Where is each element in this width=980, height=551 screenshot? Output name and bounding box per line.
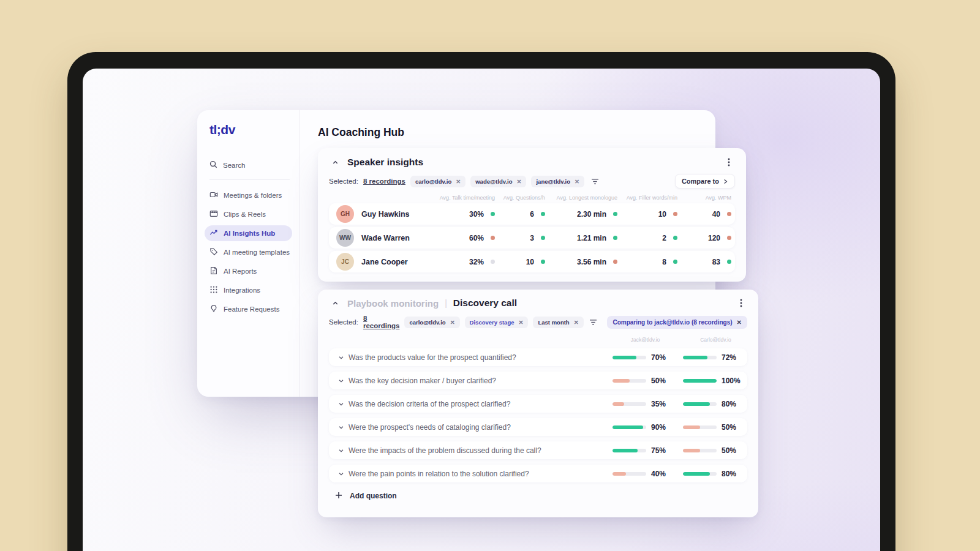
percent-value: 35% xyxy=(651,400,673,408)
sidebar-divider xyxy=(209,179,290,180)
progress-bar xyxy=(612,356,646,359)
screen-background: tl;dv Search Meetings & fo xyxy=(83,69,880,551)
column-header: Avg. Longest monologue xyxy=(548,195,620,201)
status-dot xyxy=(613,260,617,264)
selected-recordings-link[interactable]: 8 recordings xyxy=(363,178,405,185)
filter-chip-carlo[interactable]: carlo@tldv.io ✕ xyxy=(410,176,466,187)
comparing-chip[interactable]: Comparing to jack@tldv.io (8 recordings)… xyxy=(607,316,747,329)
progress-bar xyxy=(683,472,717,476)
video-camera-icon xyxy=(209,190,218,200)
chevron-right-icon xyxy=(723,179,728,184)
table-row[interactable]: GH Guy Hawkins 30% 6 2.30 min 10 40 xyxy=(329,203,735,225)
speaker-name: Jane Cooper xyxy=(361,258,408,266)
close-icon[interactable]: ✕ xyxy=(737,319,742,326)
sidebar-item-label: Clips & Reels xyxy=(224,211,266,218)
progress-bar xyxy=(612,449,646,452)
column-header: Jack@tldv.io xyxy=(614,337,677,343)
close-icon[interactable]: ✕ xyxy=(575,178,579,185)
kebab-menu-icon[interactable] xyxy=(735,297,747,309)
filter-icon[interactable] xyxy=(589,175,601,187)
sidebar-item-clips-reels[interactable]: Clips & Reels xyxy=(205,206,292,222)
sidebar-item-ai-meeting-templates[interactable]: AI meeting templates xyxy=(205,244,292,260)
question-row[interactable]: Was the key decision maker / buyer clari… xyxy=(329,372,747,389)
sidebar-item-feature-requests[interactable]: Feature Requests xyxy=(205,301,292,317)
sidebar-item-ai-reports[interactable]: AI Reports xyxy=(205,263,292,279)
compare-to-label: Compare to xyxy=(682,178,719,185)
sidebar-item-label: Meetings & folders xyxy=(224,192,282,199)
question-text: Was the key decision maker / buyer clari… xyxy=(349,377,612,385)
chevron-down-icon[interactable] xyxy=(334,424,349,430)
metric-value: 3 xyxy=(530,234,534,242)
metric-value: 3.56 min xyxy=(577,258,606,266)
close-icon[interactable]: ✕ xyxy=(450,319,455,326)
filter-chip-jane[interactable]: jane@tldv.io ✕ xyxy=(531,176,584,187)
metric-value: 1.21 min xyxy=(577,234,606,242)
close-icon[interactable]: ✕ xyxy=(456,178,461,185)
sidebar-item-integrations[interactable]: Integrations xyxy=(205,282,292,298)
chevron-down-icon[interactable] xyxy=(334,448,349,454)
metric-value: 32% xyxy=(469,258,484,266)
desktop-background: tl;dv Search Meetings & fo xyxy=(0,0,980,551)
question-row[interactable]: Were the prospect's needs of cataloging … xyxy=(329,418,747,436)
sidebar-item-label: AI Insights Hub xyxy=(224,230,275,237)
status-dot xyxy=(613,212,617,216)
close-icon[interactable]: ✕ xyxy=(574,319,579,326)
avatar: GH xyxy=(336,205,354,223)
close-icon[interactable]: ✕ xyxy=(518,319,523,326)
filter-chip-wade[interactable]: wade@tldv.io ✕ xyxy=(470,176,526,187)
playbook-monitoring-card: Playbook monitoring | Discovery call Sel… xyxy=(318,290,758,517)
sidebar: tl;dv Search Meetings & fo xyxy=(197,110,300,397)
filter-chip-last-month[interactable]: Last month ✕ xyxy=(533,317,583,328)
question-text: Was the decision criteria of the prospec… xyxy=(349,400,612,408)
progress-bar xyxy=(612,379,646,383)
metric-value: 2 xyxy=(662,234,666,242)
percent-value: 50% xyxy=(722,423,744,432)
sidebar-item-ai-insights-hub[interactable]: AI Insights Hub xyxy=(205,225,292,241)
metric-value: 10 xyxy=(526,258,534,266)
chevron-down-icon[interactable] xyxy=(334,354,349,361)
search-input[interactable]: Search xyxy=(209,160,292,170)
trend-chart-icon xyxy=(209,228,218,238)
filter-chip-discovery-stage[interactable]: Discovery stage ✕ xyxy=(465,317,529,328)
comparison-column-headers: Jack@tldv.io Carlo@tldv.io xyxy=(329,337,747,343)
kebab-menu-icon[interactable] xyxy=(723,156,735,168)
progress-bar xyxy=(683,425,717,429)
question-row[interactable]: Were the impacts of the problem discusse… xyxy=(329,441,747,459)
tldv-logo: tl;dv xyxy=(209,122,292,137)
progress-bar xyxy=(683,402,717,406)
progress-bar xyxy=(612,425,646,429)
selected-recordings-link[interactable]: 8 recordings xyxy=(363,315,399,329)
add-question-button[interactable]: Add question xyxy=(329,490,747,501)
collapse-chevron-up-icon[interactable] xyxy=(329,156,341,168)
question-row[interactable]: Were the pain points in relation to the … xyxy=(329,465,747,482)
table-row[interactable]: JC Jane Cooper 32% 10 3.56 min 8 83 xyxy=(329,251,735,272)
sidebar-item-meetings-folders[interactable]: Meetings & folders xyxy=(205,187,292,203)
table-row[interactable]: WW Wade Warren 60% 3 1.21 min 2 120 xyxy=(329,227,735,249)
chip-label: carlo@tldv.io xyxy=(415,178,451,185)
chip-label: Comparing to jack@tldv.io (8 recordings) xyxy=(612,319,732,326)
progress-bar xyxy=(612,402,646,406)
chevron-down-icon[interactable] xyxy=(334,378,349,384)
chevron-down-icon[interactable] xyxy=(334,401,349,407)
progress-bar xyxy=(683,449,717,452)
speaker-insights-card: Speaker insights Selected: 8 recordings … xyxy=(318,148,746,282)
chevron-down-icon[interactable] xyxy=(334,471,349,477)
report-doc-icon xyxy=(209,266,218,276)
progress-bar xyxy=(683,356,717,359)
compare-to-button[interactable]: Compare to xyxy=(675,174,735,189)
question-row[interactable]: Was the decision criteria of the prospec… xyxy=(329,395,747,413)
collapse-chevron-up-icon[interactable] xyxy=(329,297,341,309)
filter-icon[interactable] xyxy=(589,316,598,328)
filter-chip-carlo[interactable]: carlo@tldv.io ✕ xyxy=(404,317,459,328)
percent-value: 72% xyxy=(722,353,744,362)
chip-label: jane@tldv.io xyxy=(536,178,570,185)
question-row[interactable]: Was the products value for the prospect … xyxy=(329,348,747,366)
avatar: WW xyxy=(336,229,354,247)
status-dot xyxy=(673,260,677,264)
percent-value: 40% xyxy=(651,470,673,478)
metric-value: 2.30 min xyxy=(577,210,606,219)
metric-value: 120 xyxy=(708,234,720,242)
question-text: Were the prospect's needs of cataloging … xyxy=(349,423,612,432)
column-header: Avg. Talk time/meeting xyxy=(433,195,497,201)
close-icon[interactable]: ✕ xyxy=(517,178,522,185)
